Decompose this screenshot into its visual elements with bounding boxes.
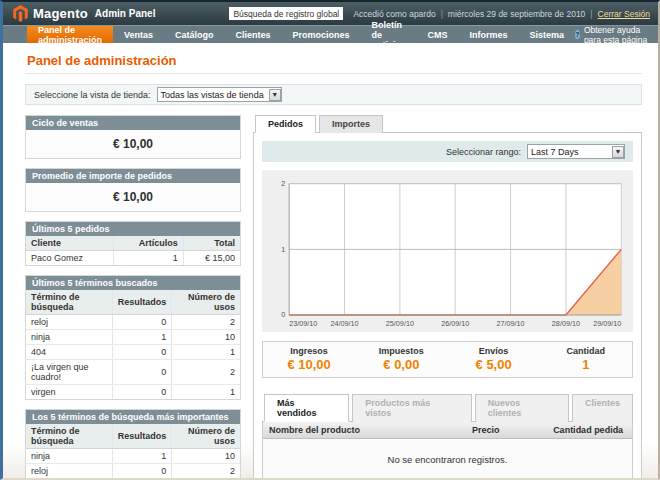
stat-value: € 0,00 xyxy=(355,357,447,372)
column-header: Número de usos xyxy=(172,424,240,449)
total-stat: Impuestos€ 0,00 xyxy=(355,342,447,377)
table-row: ninja110 xyxy=(26,330,240,345)
grid-tab[interactable]: Más vendidos xyxy=(264,394,349,422)
nav-item[interactable]: Clientes xyxy=(225,26,282,43)
last-orders-card: Últimos 5 pedidos ClienteArtículosTotal … xyxy=(25,221,241,266)
header: Magento Admin Panel Accedió como apardo … xyxy=(3,2,658,25)
nav-item[interactable]: Promociones xyxy=(282,26,361,43)
table-row: ninja110 xyxy=(26,449,240,464)
svg-text:24/09/10: 24/09/10 xyxy=(330,319,358,328)
totals-row: Ingresos€ 10,00Impuestos€ 0,00Envíos€ 5,… xyxy=(262,341,633,378)
store-view-switcher-bar: Seleccione la vista de tienda: Todas las… xyxy=(25,84,642,105)
svg-text:23/09/10: 23/09/10 xyxy=(289,319,317,328)
nav-item[interactable]: Informes xyxy=(459,26,519,43)
bestsellers-tabs: Más vendidosProductos más vistosNuevos c… xyxy=(262,394,633,422)
range-select[interactable]: Last 7 Days ▼ xyxy=(527,144,625,159)
column-header: Término de búsqueda xyxy=(26,290,112,315)
nav-item[interactable]: Sistema xyxy=(519,26,576,43)
nav-item[interactable]: Catálogo xyxy=(164,26,225,43)
svg-text:27/09/10: 27/09/10 xyxy=(497,319,525,328)
stat-label: Ingresos xyxy=(263,346,355,356)
lifetime-sales-value: € 10,00 xyxy=(26,130,240,158)
chart-tab[interactable]: Pedidos xyxy=(255,115,316,133)
total-stat: Cantidad1 xyxy=(540,342,632,377)
lifetime-sales-card: Ciclo de ventas € 10,00 xyxy=(25,115,241,159)
nav-item[interactable]: Ventas xyxy=(113,26,164,43)
page-title: Panel de administración xyxy=(25,49,642,74)
top-search-terms-card: Los 5 términos de búsqueda más important… xyxy=(25,409,241,478)
dashboard-left-column: Ciclo de ventas € 10,00 Promedio de impo… xyxy=(25,115,241,478)
svg-text:2: 2 xyxy=(281,179,285,188)
brand-suffix: Admin Panel xyxy=(95,8,156,19)
range-label: Seleccionar rango: xyxy=(446,147,521,157)
total-stat: Ingresos€ 10,00 xyxy=(263,342,355,377)
magento-logo: Magento Admin Panel xyxy=(13,5,155,22)
store-view-select[interactable]: Todas las vistas de tienda ▼ xyxy=(157,87,282,102)
column-header: Cliente xyxy=(26,236,113,251)
svg-text:25/09/10: 25/09/10 xyxy=(386,319,414,328)
range-selector-bar: Seleccionar rango: Last 7 Days ▼ xyxy=(262,141,633,162)
svg-text:29/09/10: 29/09/10 xyxy=(593,319,621,328)
magento-admin-window: Magento Admin Panel Accedió como apardo … xyxy=(0,0,660,480)
page-content: Panel de administración Seleccione la vi… xyxy=(3,43,658,478)
column-header: Cantidad pedida xyxy=(547,422,632,439)
last-search-terms-card: Últimos 5 términos buscados Término de b… xyxy=(25,275,241,400)
table-row: reloj02 xyxy=(26,315,240,330)
average-orders-value: € 10,00 xyxy=(26,183,240,211)
nav-item[interactable]: Boletín de noticias xyxy=(361,26,417,43)
stat-value: € 10,00 xyxy=(263,357,355,372)
help-link[interactable]: ? Obtener ayuda para esta página xyxy=(575,26,658,43)
average-orders-card: Promedio de importe de pedidos € 10,00 xyxy=(25,168,241,212)
card-title: Promedio de importe de pedidos xyxy=(26,169,240,183)
grid-tab: Productos más vistos xyxy=(352,394,471,422)
grid-tab: Nuevos clientes xyxy=(475,394,569,422)
stat-value: € 5,00 xyxy=(448,357,540,372)
chart-tab[interactable]: Importes xyxy=(319,115,383,133)
column-header: Nombre del producto xyxy=(263,422,466,439)
last-search-terms-table: Término de búsquedaResultadosNúmero de u… xyxy=(26,290,240,399)
top-search-terms-table: Término de búsquedaResultadosNúmero de u… xyxy=(26,424,240,478)
current-date: miércoles 29 de septiembre de 2010 xyxy=(448,9,586,19)
svg-text:26/09/10: 26/09/10 xyxy=(441,319,469,328)
table-row: ¡La virgen que cuadro!02 xyxy=(26,360,240,385)
global-search-input[interactable] xyxy=(229,7,343,20)
orders-line-chart: 01223/09/1024/09/1025/09/1026/09/1027/09… xyxy=(266,176,629,330)
nav-item[interactable]: CMS xyxy=(417,26,459,43)
bestsellers-grid: Nombre del productoPrecioCantidad pedida… xyxy=(262,422,633,478)
logged-in-as: Accedió como apardo xyxy=(353,9,435,19)
card-title: Los 5 términos de búsqueda más important… xyxy=(26,410,240,424)
table-row: Paco Gomez1€ 15,00 xyxy=(26,251,240,266)
empty-records-message: No se encontraron registros. xyxy=(263,439,632,478)
column-header: Total xyxy=(183,236,240,251)
card-title: Últimos 5 pedidos xyxy=(26,222,240,236)
column-header: Resultados xyxy=(112,424,172,449)
total-stat: Envíos€ 5,00 xyxy=(448,342,540,377)
help-link-label: Obtener ayuda para esta página xyxy=(584,25,648,45)
stat-label: Cantidad xyxy=(540,346,632,356)
stat-label: Envíos xyxy=(448,346,540,356)
brand-name: Magento xyxy=(33,6,88,21)
header-meta: Accedió como apardo | miércoles 29 de se… xyxy=(353,9,650,19)
store-view-label: Seleccione la vista de tienda: xyxy=(34,90,151,100)
column-header: Resultados xyxy=(112,290,172,315)
orders-panel: Seleccionar rango: Last 7 Days ▼ 01223/0… xyxy=(253,133,642,478)
table-row: 40401 xyxy=(26,345,240,360)
logout-link[interactable]: Cerrar Sesión xyxy=(598,9,650,19)
nav-item[interactable]: Panel de administración xyxy=(27,26,113,43)
orders-amounts-tabs: PedidosImportes xyxy=(253,115,642,133)
table-row: virgen01 xyxy=(26,385,240,400)
card-title: Ciclo de ventas xyxy=(26,116,240,130)
svg-text:0: 0 xyxy=(281,310,285,319)
magento-logo-icon xyxy=(13,5,28,22)
chevron-down-icon: ▼ xyxy=(269,89,281,101)
help-icon: ? xyxy=(575,30,580,39)
last-orders-table: ClienteArtículosTotal Paco Gomez1€ 15,00 xyxy=(26,236,240,265)
nav-items: Panel de administraciónVentasCatálogoCli… xyxy=(27,26,575,43)
stat-label: Impuestos xyxy=(355,346,447,356)
dashboard-right-column: PedidosImportes Seleccionar rango: Last … xyxy=(253,115,642,478)
column-header: Número de usos xyxy=(172,290,240,315)
main-navbar: Panel de administraciónVentasCatálogoCli… xyxy=(3,25,658,43)
chevron-down-icon: ▼ xyxy=(612,146,624,158)
svg-text:28/09/10: 28/09/10 xyxy=(552,319,580,328)
column-header: Precio xyxy=(466,422,547,439)
